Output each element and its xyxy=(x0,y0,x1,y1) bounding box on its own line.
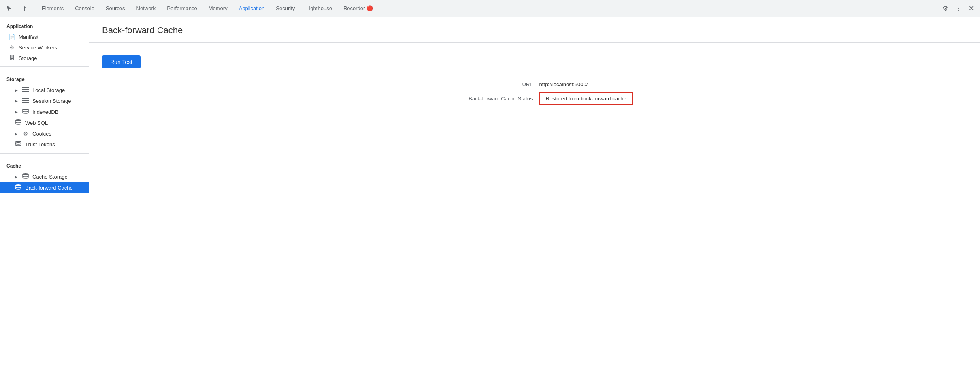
tab-bar-right: ⚙ ⋮ ✕ xyxy=(934,3,977,14)
tab-recorder[interactable]: Recorder 🔴 xyxy=(338,0,379,17)
cache-storage-icon xyxy=(22,173,29,180)
tab-security[interactable]: Security xyxy=(270,0,300,17)
cookies-icon: ⚙ xyxy=(22,130,29,137)
sidebar-item-cookies[interactable]: ▶ ⚙ Cookies xyxy=(0,128,89,139)
sidebar-item-trust-tokens-label: Trust Tokens xyxy=(25,141,55,147)
run-test-button[interactable]: Run Test xyxy=(102,55,141,68)
expand-arrow-icon: ▶ xyxy=(15,132,18,136)
session-storage-icon xyxy=(22,98,29,105)
svg-point-10 xyxy=(15,141,21,143)
device-icon[interactable] xyxy=(18,3,29,14)
expand-arrow-icon: ▶ xyxy=(15,99,18,103)
svg-rect-2 xyxy=(22,87,29,88)
tab-sources[interactable]: Sources xyxy=(100,0,131,17)
sidebar-item-service-workers[interactable]: ⚙ Service Workers xyxy=(0,42,89,53)
sidebar: Application 📄 Manifest ⚙ Service Workers… xyxy=(0,17,89,384)
svg-rect-3 xyxy=(22,89,29,90)
devtools-icons xyxy=(3,3,34,14)
svg-rect-1 xyxy=(24,7,26,11)
sidebar-item-cookies-label: Cookies xyxy=(32,131,51,137)
sidebar-section-application: Application xyxy=(0,17,89,32)
sidebar-item-cache-storage-label: Cache Storage xyxy=(32,174,68,180)
sidebar-item-back-forward-cache[interactable]: Back-forward Cache xyxy=(0,182,89,193)
sidebar-section-cache: Cache xyxy=(0,157,89,171)
svg-rect-6 xyxy=(22,100,29,101)
indexeddb-icon xyxy=(22,109,29,115)
expand-arrow-icon: ▶ xyxy=(15,110,18,114)
content-area: Back-forward Cache Run Test URL http://l… xyxy=(89,17,980,384)
main-layout: Application 📄 Manifest ⚙ Service Workers… xyxy=(0,17,980,384)
url-label: URL xyxy=(134,81,533,87)
sidebar-item-web-sql-label: Web SQL xyxy=(25,120,48,126)
divider-1 xyxy=(0,66,89,67)
tab-console[interactable]: Console xyxy=(69,0,100,17)
svg-point-11 xyxy=(23,173,28,175)
sidebar-item-service-workers-label: Service Workers xyxy=(19,45,57,51)
sidebar-item-storage-label: Storage xyxy=(19,55,37,61)
url-value: http://localhost:5000/ xyxy=(539,81,967,87)
content-body: Run Test URL http://localhost:5000/ Back… xyxy=(89,43,980,118)
sidebar-item-session-storage[interactable]: ▶ Session Storage xyxy=(0,96,89,107)
sidebar-item-cache-storage[interactable]: ▶ Cache Storage xyxy=(0,171,89,182)
sidebar-item-manifest[interactable]: 📄 Manifest xyxy=(0,32,89,42)
tab-application[interactable]: Application xyxy=(233,0,271,17)
status-label: Back-forward Cache Status xyxy=(134,96,533,102)
sidebar-item-web-sql[interactable]: Web SQL xyxy=(0,117,89,128)
sidebar-item-indexeddb-label: IndexedDB xyxy=(32,109,58,115)
tab-elements[interactable]: Elements xyxy=(36,0,69,17)
sidebar-item-local-storage-label: Local Storage xyxy=(32,87,65,93)
tab-lighthouse[interactable]: Lighthouse xyxy=(300,0,338,17)
svg-point-8 xyxy=(23,109,28,110)
divider-2 xyxy=(0,153,89,154)
status-box: Restored from back-forward cache xyxy=(539,92,633,105)
expand-arrow-icon: ▶ xyxy=(15,175,18,179)
svg-point-9 xyxy=(15,119,21,121)
status-value: Restored from back-forward cache xyxy=(539,92,967,105)
separator xyxy=(936,4,936,13)
svg-rect-4 xyxy=(22,91,29,92)
sidebar-item-local-storage[interactable]: ▶ Local Storage xyxy=(0,85,89,96)
settings-icon[interactable]: ⚙ xyxy=(940,3,951,14)
gear-icon: ⚙ xyxy=(8,44,15,51)
sidebar-item-back-forward-cache-label: Back-forward Cache xyxy=(25,185,73,191)
content-header: Back-forward Cache xyxy=(89,17,980,43)
back-forward-cache-icon xyxy=(15,184,22,191)
trust-tokens-icon xyxy=(15,141,22,148)
tab-performance[interactable]: Performance xyxy=(161,0,202,17)
tab-bar: Elements Console Sources Network Perform… xyxy=(0,0,980,17)
tab-network[interactable]: Network xyxy=(131,0,162,17)
svg-rect-5 xyxy=(22,98,29,99)
svg-rect-7 xyxy=(22,102,29,103)
sidebar-section-storage: Storage xyxy=(0,70,89,85)
local-storage-icon xyxy=(22,87,29,94)
svg-point-12 xyxy=(15,184,21,186)
more-icon[interactable]: ⋮ xyxy=(952,3,964,14)
svg-rect-0 xyxy=(21,6,24,11)
sidebar-item-session-storage-label: Session Storage xyxy=(32,98,71,104)
web-sql-icon xyxy=(15,119,22,126)
sidebar-item-indexeddb[interactable]: ▶ IndexedDB xyxy=(0,107,89,117)
storage-icon: 🗄 xyxy=(8,55,15,61)
sidebar-item-storage[interactable]: 🗄 Storage xyxy=(0,53,89,63)
info-grid: URL http://localhost:5000/ Back-forward … xyxy=(134,81,967,105)
sidebar-item-trust-tokens[interactable]: Trust Tokens xyxy=(0,139,89,150)
close-icon[interactable]: ✕ xyxy=(965,3,977,14)
sidebar-item-manifest-label: Manifest xyxy=(19,34,38,40)
cursor-icon[interactable] xyxy=(3,3,15,14)
manifest-icon: 📄 xyxy=(8,34,15,40)
expand-arrow-icon: ▶ xyxy=(15,88,18,92)
page-title: Back-forward Cache xyxy=(102,25,967,36)
tab-memory[interactable]: Memory xyxy=(203,0,233,17)
